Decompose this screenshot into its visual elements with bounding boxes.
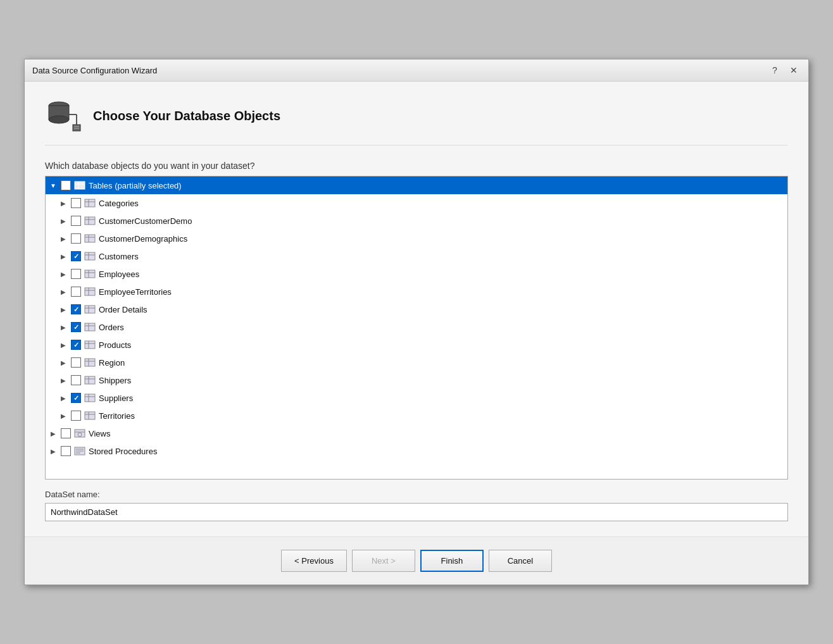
checkbox-region[interactable]: [71, 357, 81, 368]
database-icon: [45, 97, 83, 135]
expand-sp-icon[interactable]: ▶: [48, 446, 58, 456]
label-products: Products: [99, 340, 131, 350]
tree-item-customerdemographics[interactable]: ▶ CustomerDemographics: [46, 230, 787, 247]
expand-views-icon[interactable]: ▶: [48, 428, 58, 438]
checkbox-territories[interactable]: [71, 411, 81, 421]
expand-od-icon[interactable]: ▶: [58, 304, 68, 314]
expand-territories-icon[interactable]: ▶: [58, 411, 68, 421]
expand-et-icon[interactable]: ▶: [58, 287, 68, 297]
svg-rect-42: [85, 376, 95, 384]
table-icon-categories: [84, 198, 96, 208]
expand-shippers-icon[interactable]: ▶: [58, 375, 68, 385]
svg-rect-30: [85, 306, 95, 313]
page-title: Choose Your Database Objects: [93, 109, 280, 123]
views-icon: [73, 428, 86, 438]
checkbox-sp[interactable]: [61, 446, 71, 456]
svg-rect-45: [85, 394, 95, 402]
wizard-window: Data Source Configuration Wizard ? ✕: [24, 59, 809, 585]
tables-root-label: Tables (partially selected): [89, 181, 182, 190]
table-icon-suppliers: [84, 393, 96, 403]
checkbox-cd[interactable]: [71, 233, 81, 244]
tree-item-employeeterritories[interactable]: ▶ EmployeeTerritories: [46, 283, 787, 300]
table-icon-region: [84, 357, 96, 368]
tree-item-shippers[interactable]: ▶ Shippers: [46, 371, 787, 389]
help-button[interactable]: ?: [768, 63, 782, 77]
tree-item-products[interactable]: ▶ Products: [46, 336, 787, 354]
svg-rect-51: [75, 430, 85, 437]
svg-rect-24: [85, 270, 95, 278]
close-button[interactable]: ✕: [787, 63, 801, 77]
checkbox-employees[interactable]: [71, 269, 81, 279]
main-content: Choose Your Database Objects Which datab…: [25, 82, 808, 536]
tree-item-customers[interactable]: ▶ Customers: [46, 247, 787, 265]
sp-icon: [73, 446, 86, 456]
checkbox-tables-root[interactable]: [61, 180, 71, 190]
table-icon-products: [84, 340, 96, 350]
svg-rect-21: [85, 252, 95, 260]
expand-employees-icon[interactable]: ▶: [58, 269, 68, 279]
svg-rect-36: [85, 341, 95, 349]
question-label: Which database objects do you want in yo…: [45, 161, 788, 171]
expand-products-icon[interactable]: ▶: [58, 340, 68, 350]
tree-item-territories[interactable]: ▶ Territories: [46, 407, 787, 424]
tree-item-customercustomerdemo[interactable]: ▶ CustomerCustomerDemo: [46, 212, 787, 230]
checkbox-et[interactable]: [71, 287, 81, 297]
label-ccd: CustomerCustomerDemo: [99, 216, 192, 226]
table-icon-shippers: [84, 375, 96, 385]
checkbox-shippers[interactable]: [71, 375, 81, 385]
tree-item-employees[interactable]: ▶ Employees: [46, 265, 787, 283]
previous-button[interactable]: < Previous: [281, 550, 347, 572]
checkbox-customers[interactable]: [71, 251, 81, 261]
table-icon-orders: [84, 322, 96, 332]
table-icon-customers: [84, 251, 96, 261]
label-od: Order Details: [99, 305, 147, 314]
label-territories: Territories: [99, 411, 135, 421]
dataset-name-input[interactable]: [45, 503, 788, 521]
checkbox-ccd[interactable]: [71, 216, 81, 226]
next-button[interactable]: Next >: [352, 550, 415, 572]
svg-rect-15: [85, 217, 95, 225]
checkbox-products[interactable]: [71, 340, 81, 350]
window-title: Data Source Configuration Wizard: [32, 66, 157, 75]
finish-button[interactable]: Finish: [420, 550, 484, 572]
expand-tables-icon[interactable]: ▼: [48, 180, 58, 190]
label-categories: Categories: [99, 199, 139, 208]
tree-item-categories[interactable]: ▶ Categories: [46, 194, 787, 212]
checkbox-orders[interactable]: [71, 322, 81, 332]
tree-item-orderdetails[interactable]: ▶ Order Details: [46, 300, 787, 318]
tree-item-stored-procedures[interactable]: ▶ Stored Procedures: [46, 442, 787, 460]
label-views: Views: [89, 429, 110, 438]
tree-item-region[interactable]: ▶ Region: [46, 354, 787, 371]
tree-item-views[interactable]: ▶ Views: [46, 424, 787, 442]
dataset-section: DataSet name:: [45, 490, 788, 521]
svg-rect-27: [85, 288, 95, 295]
label-sp: Stored Procedures: [89, 447, 157, 456]
expand-suppliers-icon[interactable]: ▶: [58, 393, 68, 403]
label-customers: Customers: [99, 252, 139, 261]
svg-rect-18: [85, 235, 95, 242]
tree-container[interactable]: ▼ Tables (partially selected): [45, 176, 788, 480]
tree-item-tables-root[interactable]: ▼ Tables (partially selected): [46, 176, 787, 194]
expand-ccd-icon[interactable]: ▶: [58, 216, 68, 226]
checkbox-suppliers[interactable]: [71, 393, 81, 403]
expand-customers-icon[interactable]: ▶: [58, 251, 68, 261]
checkbox-od[interactable]: [71, 304, 81, 314]
label-et: EmployeeTerritories: [99, 287, 172, 297]
table-icon-od: [84, 304, 96, 314]
checkbox-categories[interactable]: [71, 198, 81, 208]
checkbox-views[interactable]: [61, 428, 71, 438]
tree-item-suppliers[interactable]: ▶ Suppliers: [46, 389, 787, 407]
expand-region-icon[interactable]: ▶: [58, 357, 68, 368]
table-icon-et: [84, 287, 96, 297]
svg-rect-9: [75, 182, 85, 189]
cancel-button[interactable]: Cancel: [489, 550, 552, 572]
svg-rect-5: [73, 125, 80, 131]
expand-categories-icon[interactable]: ▶: [58, 198, 68, 208]
table-icon-employees: [84, 269, 96, 279]
table-icon-ccd: [84, 216, 96, 226]
svg-point-2: [49, 116, 69, 123]
expand-cd-icon[interactable]: ▶: [58, 233, 68, 244]
expand-orders-icon[interactable]: ▶: [58, 322, 68, 332]
header-section: Choose Your Database Objects: [45, 97, 788, 146]
tree-item-orders[interactable]: ▶ Orders: [46, 318, 787, 336]
